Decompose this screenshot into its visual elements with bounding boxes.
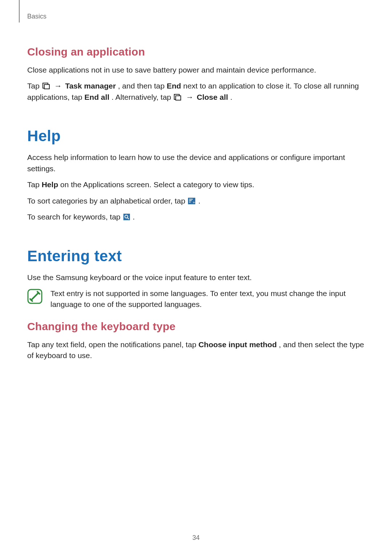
text-fragment: , and then tap <box>118 82 167 90</box>
text-fragment: Tap any text field, open the notificatio… <box>27 340 199 349</box>
help-paragraph-1: Access help information to learn how to … <box>27 152 365 174</box>
text-fragment: . <box>132 213 135 221</box>
task-manager-label: Task manager <box>65 82 116 90</box>
text-fragment: Tap <box>27 180 42 189</box>
text-fragment: . <box>230 93 232 101</box>
heading-entering-text: Entering text <box>27 247 365 265</box>
svg-rect-1 <box>44 85 49 89</box>
close-all-label: Close all <box>197 93 228 101</box>
help-paragraph-2: Tap Help on the Applications screen. Sel… <box>27 179 365 190</box>
svg-rect-7 <box>189 202 191 202</box>
note-icon <box>27 289 42 304</box>
help-paragraph-3: To sort categories by an alphabetical or… <box>27 196 365 206</box>
recent-apps-icon <box>174 94 182 100</box>
svg-rect-3 <box>176 96 181 100</box>
arrow-icon: → <box>53 82 65 90</box>
closing-paragraph-2: Tap → Task manager , and then tap End ne… <box>27 81 365 103</box>
svg-rect-6 <box>189 200 192 201</box>
entering-text-paragraph-1: Use the Samsung keyboard or the voice in… <box>27 272 365 283</box>
heading-help: Help <box>27 127 365 145</box>
header-margin-line <box>19 0 20 22</box>
text-fragment: To search for keywords, tap <box>27 213 123 221</box>
page-number: 34 <box>0 534 392 542</box>
svg-text:a-z: a-z <box>193 201 195 204</box>
keyboard-type-paragraph-1: Tap any text field, open the notificatio… <box>27 339 365 361</box>
text-fragment: . Alternatively, tap <box>111 93 173 101</box>
text-fragment: To sort categories by an alphabetical or… <box>27 197 187 205</box>
note-text: Text entry is not supported in some lang… <box>50 288 365 310</box>
arrow-icon: → <box>185 93 197 101</box>
choose-input-method-label: Choose input method <box>199 340 277 349</box>
text-fragment: . <box>198 197 200 205</box>
help-paragraph-4: To search for keywords, tap . <box>27 212 365 222</box>
heading-changing-keyboard-type: Changing the keyboard type <box>27 320 365 333</box>
recent-apps-icon <box>42 83 50 89</box>
end-all-label: End all <box>85 93 110 101</box>
sort-alpha-icon: a-z <box>188 198 195 204</box>
text-fragment: on the Applications screen. Select a cat… <box>60 180 254 189</box>
help-label: Help <box>42 180 58 189</box>
note-block: Text entry is not supported in some lang… <box>27 288 365 310</box>
end-label: End <box>167 82 181 90</box>
svg-rect-9 <box>123 214 130 220</box>
search-icon <box>123 214 130 220</box>
breadcrumb: Basics <box>27 13 365 20</box>
heading-closing-application: Closing an application <box>27 46 365 58</box>
text-fragment: Tap <box>27 82 42 90</box>
closing-paragraph-1: Close applications not in use to save ba… <box>27 65 365 75</box>
svg-rect-5 <box>189 199 193 200</box>
